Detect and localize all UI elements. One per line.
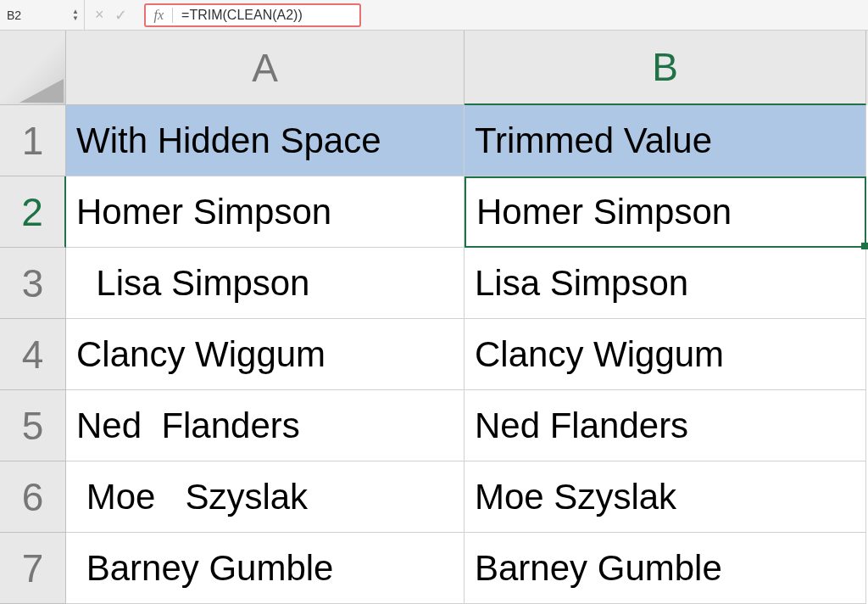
spinner-down-icon[interactable]: ▼	[70, 15, 81, 22]
cancel-icon[interactable]: ×	[95, 6, 104, 24]
table-row: 1 With Hidden Space Trimmed Value	[0, 105, 868, 176]
row-header-7[interactable]: 7	[0, 533, 66, 604]
row-header-3[interactable]: 3	[0, 248, 66, 319]
select-all-triangle-icon	[19, 79, 64, 103]
cell-a2[interactable]: Homer Simpson	[66, 176, 465, 248]
fx-section: fx	[144, 3, 362, 27]
cell-b7[interactable]: Barney Gumble	[465, 533, 866, 604]
column-header-b[interactable]: B	[465, 31, 866, 105]
formula-bar: B2 ▲ ▼ × ✓ fx	[0, 0, 868, 31]
row-header-5[interactable]: 5	[0, 390, 66, 461]
table-row: 2 Homer Simpson Homer Simpson	[0, 176, 868, 248]
fx-icon[interactable]: fx	[154, 8, 174, 23]
formula-input[interactable]	[181, 8, 351, 23]
table-row: 4 Clancy Wiggum Clancy Wiggum	[0, 319, 868, 390]
name-box-value: B2	[7, 8, 21, 22]
cell-a6[interactable]: Moe Szyslak	[66, 461, 465, 533]
row-header-4[interactable]: 4	[0, 319, 66, 390]
column-header-a[interactable]: A	[66, 31, 465, 105]
name-box-spinner: ▲ ▼	[70, 8, 81, 22]
cell-a7[interactable]: Barney Gumble	[66, 533, 465, 604]
cell-a3[interactable]: Lisa Simpson	[66, 248, 465, 319]
column-headers: A B	[0, 31, 868, 105]
cell-b5[interactable]: Ned Flanders	[465, 390, 866, 461]
spreadsheet-grid: A B 1 With Hidden Space Trimmed Value 2 …	[0, 31, 868, 604]
formula-buttons: × ✓	[85, 6, 137, 25]
cell-b4[interactable]: Clancy Wiggum	[465, 319, 866, 390]
row-header-1[interactable]: 1	[0, 105, 66, 176]
name-box[interactable]: B2 ▲ ▼	[0, 0, 85, 30]
cell-a1[interactable]: With Hidden Space	[66, 105, 465, 176]
row-header-2[interactable]: 2	[0, 176, 66, 248]
table-row: 3 Lisa Simpson Lisa Simpson	[0, 248, 868, 319]
confirm-icon[interactable]: ✓	[114, 6, 127, 25]
cell-a4[interactable]: Clancy Wiggum	[66, 319, 465, 390]
row-header-6[interactable]: 6	[0, 461, 66, 533]
cell-b3[interactable]: Lisa Simpson	[465, 248, 866, 319]
data-rows: 1 With Hidden Space Trimmed Value 2 Home…	[0, 105, 868, 604]
cell-b6[interactable]: Moe Szyslak	[465, 461, 866, 533]
table-row: 7 Barney Gumble Barney Gumble	[0, 533, 868, 604]
cell-a5[interactable]: Ned Flanders	[66, 390, 465, 461]
table-row: 5 Ned Flanders Ned Flanders	[0, 390, 868, 461]
cell-b2[interactable]: Homer Simpson	[465, 176, 866, 248]
select-all-corner[interactable]	[0, 31, 66, 105]
cell-b1[interactable]: Trimmed Value	[465, 105, 866, 176]
table-row: 6 Moe Szyslak Moe Szyslak	[0, 461, 868, 533]
